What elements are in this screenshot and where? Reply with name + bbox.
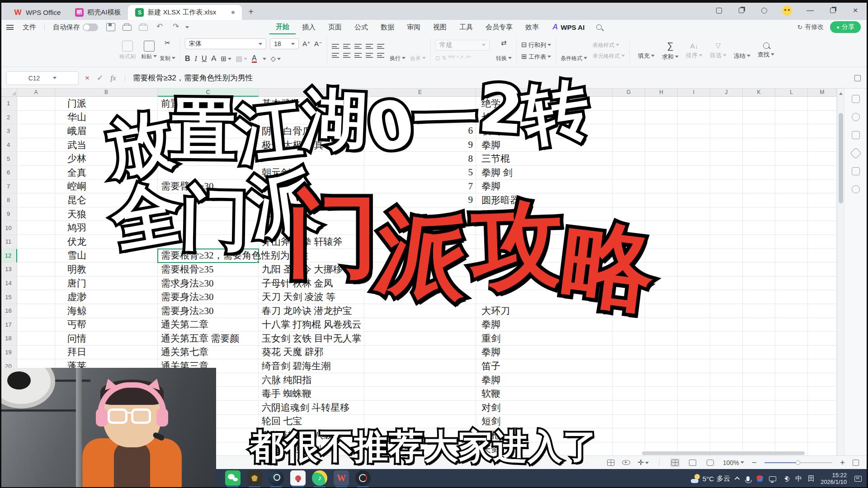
cell-K20[interactable] — [743, 359, 775, 373]
cell-E22[interactable] — [364, 387, 476, 401]
cell-G11[interactable] — [613, 235, 645, 249]
cell-K16[interactable] — [743, 304, 775, 318]
tab-insert[interactable]: 插入 — [296, 20, 322, 34]
cell-J11[interactable] — [710, 235, 743, 249]
column-header-D[interactable]: D — [259, 89, 364, 97]
cell-M10[interactable] — [808, 221, 837, 235]
cell-E21[interactable] — [364, 373, 476, 387]
cell-A14[interactable] — [17, 277, 55, 291]
cell-E16[interactable] — [364, 304, 476, 318]
cell-K13[interactable] — [743, 263, 775, 277]
cell-I23[interactable] — [678, 401, 710, 415]
scroll-up-icon[interactable] — [839, 90, 843, 95]
cell-B1[interactable]: 门派 — [55, 97, 158, 111]
format-painter-button[interactable]: 格式刷 — [119, 41, 136, 61]
cell-M1[interactable] — [808, 97, 837, 111]
cell-A5[interactable] — [17, 152, 55, 166]
cell-L2[interactable] — [775, 111, 808, 125]
cell-I20[interactable] — [678, 359, 710, 373]
file-menu[interactable]: 文件 — [17, 20, 42, 34]
cell-F23[interactable]: 对剑 — [476, 401, 613, 415]
cell-I3[interactable] — [678, 124, 710, 138]
close-button[interactable]: × — [851, 6, 860, 14]
cell-M24[interactable] — [808, 415, 837, 429]
cell-M3[interactable] — [808, 124, 837, 138]
cell-F20[interactable]: 笛子 — [476, 359, 613, 373]
font-color-dropdown[interactable] — [263, 58, 266, 62]
cell-B16[interactable]: 海鲸 — [55, 304, 158, 318]
cell-A15[interactable] — [17, 290, 55, 304]
cell-A12[interactable] — [17, 249, 55, 263]
cell-C11[interactable] — [158, 235, 259, 249]
cell-D23[interactable]: 六阴追魂剑 斗转星移 — [259, 401, 364, 415]
cell-H25[interactable] — [645, 428, 678, 442]
cell-L20[interactable] — [775, 359, 808, 373]
cell-D14[interactable]: 子母针 秋林 金凤 — [259, 277, 364, 291]
conditional-format-button[interactable]: 条件格式 — [561, 55, 587, 62]
cell-E18[interactable] — [364, 332, 476, 346]
cell-K5[interactable] — [743, 152, 775, 166]
cell-F22[interactable]: 软鞭 — [476, 387, 613, 401]
cell-I6[interactable] — [678, 166, 710, 180]
cell-J9[interactable] — [710, 207, 743, 221]
tab-tools[interactable]: 工具 — [453, 20, 479, 34]
volume-tray-icon[interactable] — [782, 476, 788, 481]
cell-G23[interactable] — [613, 401, 645, 415]
steam-icon[interactable] — [269, 470, 284, 486]
cell-M15[interactable] — [808, 290, 837, 304]
cell-L12[interactable] — [775, 249, 808, 263]
cell-A4[interactable] — [17, 138, 55, 152]
cell-D10[interactable]: 鸠羽 — [259, 221, 364, 235]
row-header-6[interactable]: 6 — [0, 166, 17, 180]
cell-F15[interactable] — [476, 290, 613, 304]
cell-J13[interactable] — [710, 263, 743, 277]
tab-formula[interactable]: 公式 — [348, 20, 374, 34]
page-break-view-icon[interactable] — [705, 458, 715, 467]
cell-K1[interactable] — [743, 97, 775, 111]
cell-K2[interactable] — [743, 111, 775, 125]
cell-C2[interactable] — [158, 111, 259, 125]
cell-J20[interactable] — [710, 359, 743, 373]
cell-M6[interactable] — [808, 166, 837, 180]
cell-H15[interactable] — [645, 290, 678, 304]
cell-H18[interactable] — [645, 332, 678, 346]
cell-C17[interactable]: 通关第二章 — [158, 318, 259, 332]
column-header-J[interactable]: J — [710, 89, 743, 97]
autosave-toggle[interactable] — [83, 23, 98, 31]
cell-E8[interactable]: 9 — [364, 193, 476, 207]
cell-J6[interactable] — [710, 166, 743, 180]
column-header-M[interactable]: M — [808, 89, 837, 97]
cell-C6[interactable] — [158, 166, 259, 180]
cell-G14[interactable] — [613, 277, 645, 291]
cell-E20[interactable] — [364, 359, 476, 373]
cell-G8[interactable] — [613, 193, 645, 207]
cell-F3[interactable]: 软剑 — [476, 124, 613, 138]
row-header-17[interactable]: 17 — [0, 318, 17, 332]
cell-F5[interactable]: 三节棍 — [476, 152, 613, 166]
ime-indicator[interactable]: 中 — [795, 474, 802, 483]
cell-B17[interactable]: 丐帮 — [55, 318, 158, 332]
modified-status[interactable]: ↻有修改 — [797, 23, 824, 31]
cell-D11[interactable]: 开山斧 铁拳 轩辕斧 — [259, 235, 364, 249]
convert-button[interactable]: 转换 — [496, 55, 512, 62]
cell-M21[interactable] — [808, 373, 837, 387]
cell-H5[interactable] — [645, 152, 678, 166]
cell-K17[interactable] — [743, 318, 775, 332]
cell-C9[interactable] — [158, 207, 259, 221]
cell-M9[interactable] — [808, 207, 837, 221]
cell-D19[interactable]: 葵花 天魔 辟邪 — [259, 346, 364, 360]
cell-I2[interactable] — [678, 111, 710, 125]
cell-L5[interactable] — [775, 152, 808, 166]
cell-B6[interactable]: 全真 — [55, 166, 158, 180]
game-launcher-icon[interactable] — [247, 470, 262, 486]
cell-I9[interactable] — [678, 207, 710, 221]
cell-G24[interactable] — [613, 415, 645, 429]
cell-C13[interactable]: 需要根骨≥35 — [158, 263, 259, 277]
cell-L24[interactable] — [775, 415, 808, 429]
cell-G21[interactable] — [613, 373, 645, 387]
cell-D2[interactable] — [259, 111, 364, 125]
cell-F4[interactable]: 拳脚 — [476, 138, 613, 152]
cell-K7[interactable] — [743, 180, 775, 194]
cell-D3[interactable]: 阴柔 白骨爪 — [259, 124, 364, 138]
column-header-A[interactable]: A — [17, 89, 55, 97]
